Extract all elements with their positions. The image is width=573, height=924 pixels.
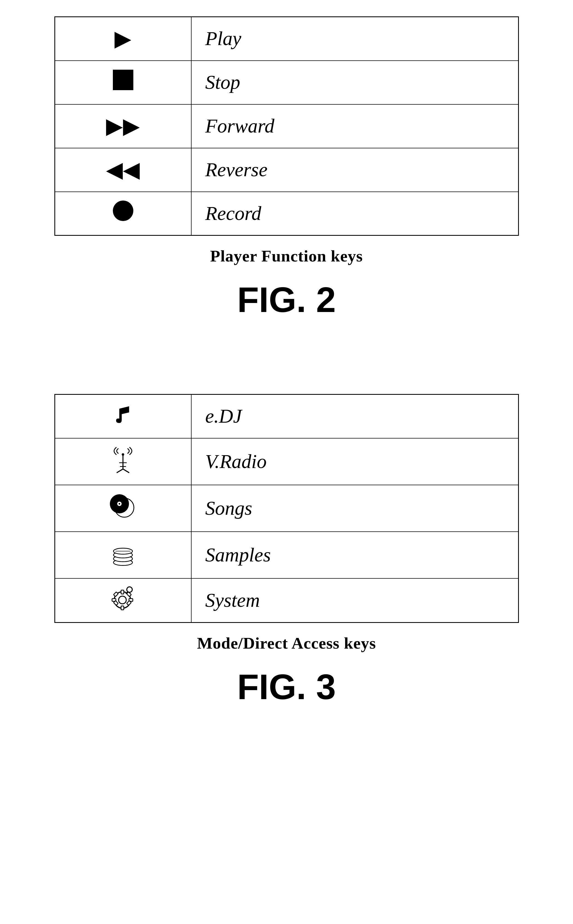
reverse-label: Reverse xyxy=(191,148,518,192)
table-row: ▶▶ Forward xyxy=(55,104,518,148)
play-icon: ▶ xyxy=(114,27,132,50)
table-row: e.DJ xyxy=(55,394,518,438)
fig2-table: ▶ Play Stop ▶▶ Forward ◀◀ xyxy=(54,16,519,236)
table-row: Stop xyxy=(55,61,518,104)
stacked-discs-icon xyxy=(109,548,137,572)
forward-icon-cell: ▶▶ xyxy=(55,104,191,148)
gear-icon xyxy=(109,592,137,616)
vradio-label: V.Radio xyxy=(191,438,518,485)
table-row: ▶ Play xyxy=(55,17,518,61)
songs-label: Songs xyxy=(191,485,518,532)
table-row: System xyxy=(55,578,518,623)
rewind-icon: ◀◀ xyxy=(106,158,140,182)
samples-label: Samples xyxy=(191,532,518,578)
reverse-icon-cell: ◀◀ xyxy=(55,148,191,192)
forward-label: Forward xyxy=(191,104,518,148)
play-icon-cell: ▶ xyxy=(55,17,191,61)
fig2-caption: Player Function keys xyxy=(210,247,363,266)
svg-point-10 xyxy=(119,503,120,505)
stop-icon-cell xyxy=(55,61,191,104)
system-label: System xyxy=(191,578,518,623)
table-row: V.Radio xyxy=(55,438,518,485)
stop-label: Stop xyxy=(191,61,518,104)
fig2-title: FIG. 2 xyxy=(237,279,336,320)
table-row: Songs xyxy=(55,485,518,532)
svg-point-5 xyxy=(122,453,124,455)
samples-icon-cell xyxy=(55,532,191,578)
svg-point-17 xyxy=(119,596,126,604)
system-icon-cell xyxy=(55,578,191,623)
record-icon-cell xyxy=(55,192,191,236)
stop-icon xyxy=(113,70,133,90)
table-row: ◀◀ Reverse xyxy=(55,148,518,192)
page-content: ▶ Play Stop ▶▶ Forward ◀◀ xyxy=(41,16,532,740)
play-label: Play xyxy=(191,17,518,61)
radio-tower-icon xyxy=(108,455,138,478)
fig3-caption: Mode/Direct Access keys xyxy=(197,634,376,653)
table-row: Samples xyxy=(55,532,518,578)
fast-forward-icon: ▶▶ xyxy=(106,114,140,138)
vradio-icon-cell xyxy=(55,438,191,485)
svg-rect-18 xyxy=(121,590,124,594)
fig3-title: FIG. 3 xyxy=(237,666,336,707)
svg-rect-19 xyxy=(121,606,124,610)
music-note-icon xyxy=(111,406,135,431)
table-row: Record xyxy=(55,192,518,236)
svg-line-2 xyxy=(123,469,129,473)
songs-icon-cell xyxy=(55,485,191,532)
record-label: Record xyxy=(191,192,518,236)
svg-line-1 xyxy=(117,469,123,473)
edj-label: e.DJ xyxy=(191,394,518,438)
record-icon xyxy=(113,200,133,221)
cd-discs-icon xyxy=(108,501,138,525)
fig3-table: e.DJ xyxy=(54,394,519,623)
edj-icon-cell xyxy=(55,394,191,438)
